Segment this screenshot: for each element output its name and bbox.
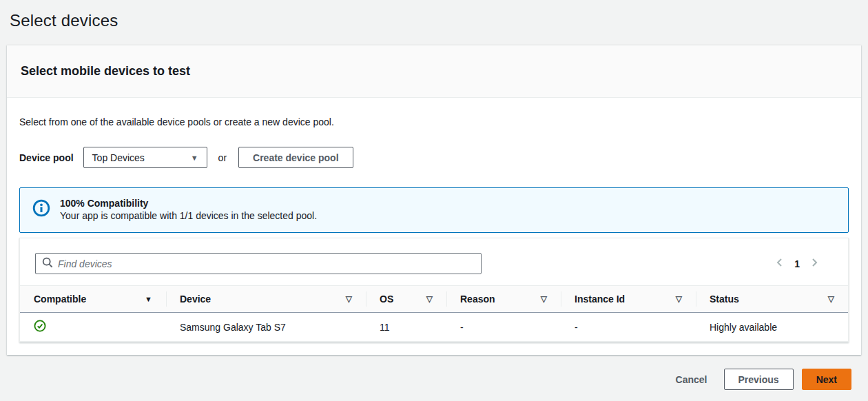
- device-pool-label: Device pool: [19, 152, 74, 163]
- column-header-device[interactable]: Device ▽: [166, 286, 366, 313]
- device-cell: Samsung Galaxy Tab S7: [166, 313, 366, 342]
- column-label: OS: [380, 294, 393, 305]
- column-header-status[interactable]: Status ▽: [696, 286, 848, 313]
- pagination: 1: [769, 254, 825, 273]
- column-label: Compatible: [34, 294, 86, 305]
- table-toolbar: 1: [20, 238, 848, 285]
- next-button[interactable]: Next: [802, 369, 851, 390]
- chevron-right-icon: [809, 257, 819, 270]
- table-row[interactable]: Samsung Galaxy Tab S7 11 - - Highly avai…: [20, 313, 848, 342]
- previous-page-button[interactable]: [769, 254, 790, 273]
- compatible-cell: [20, 313, 166, 342]
- device-pool-select[interactable]: Top Devices ▼: [83, 147, 207, 168]
- cancel-button[interactable]: Cancel: [676, 374, 707, 385]
- column-label: Instance Id: [575, 294, 625, 305]
- column-header-os[interactable]: OS ▽: [366, 286, 446, 313]
- instance-id-cell: -: [561, 313, 696, 342]
- or-text: or: [218, 152, 227, 163]
- sort-icon[interactable]: ▽: [541, 294, 547, 304]
- next-page-button[interactable]: [804, 254, 825, 273]
- column-header-instance-id[interactable]: Instance Id ▽: [561, 286, 696, 313]
- column-header-compatible[interactable]: Compatible ▼: [20, 286, 166, 313]
- column-label: Device: [180, 294, 211, 305]
- sort-icon[interactable]: ▽: [676, 294, 682, 304]
- reason-cell: -: [446, 313, 561, 342]
- sort-icon[interactable]: ▽: [426, 294, 433, 304]
- page-title: Select devices: [0, 0, 868, 30]
- panel-header: Select mobile devices to test: [7, 45, 861, 98]
- previous-button[interactable]: Previous: [724, 369, 794, 390]
- compatibility-alert: 100% Compatibility Your app is compatibl…: [19, 187, 849, 233]
- chevron-down-icon: ▼: [191, 154, 198, 162]
- device-pool-row: Device pool Top Devices ▼ or Create devi…: [19, 147, 849, 168]
- column-label: Status: [710, 294, 739, 305]
- status-cell: Highly available: [696, 313, 848, 342]
- select-devices-panel: Select mobile devices to test Select fro…: [7, 45, 861, 355]
- create-device-pool-button[interactable]: Create device pool: [238, 147, 353, 168]
- info-icon: [32, 199, 50, 219]
- sort-descending-icon[interactable]: ▼: [145, 295, 152, 303]
- column-header-reason[interactable]: Reason ▽: [446, 286, 561, 313]
- alert-message: Your app is compatible with 1/1 devices …: [60, 210, 317, 221]
- device-pool-selected-value: Top Devices: [92, 152, 145, 163]
- chevron-left-icon: [775, 257, 785, 270]
- devices-table-panel: 1 Compati: [19, 238, 849, 342]
- compatible-check-icon: [34, 323, 46, 334]
- os-cell: 11: [366, 313, 446, 342]
- panel-title: Select mobile devices to test: [21, 64, 847, 79]
- device-search-box[interactable]: [35, 253, 482, 274]
- sort-icon[interactable]: ▽: [828, 294, 834, 304]
- alert-text-block: 100% Compatibility Your app is compatibl…: [60, 198, 317, 221]
- search-icon: [42, 257, 53, 270]
- alert-title: 100% Compatibility: [60, 198, 317, 209]
- devices-table: Compatible ▼ Device ▽ OS: [20, 285, 848, 342]
- wizard-footer-actions: Cancel Previous Next: [0, 369, 851, 390]
- pool-description: Select from one of the available device …: [19, 116, 849, 127]
- table-header-row: Compatible ▼ Device ▽ OS: [20, 286, 848, 313]
- sort-icon[interactable]: ▽: [346, 294, 352, 304]
- current-page-number[interactable]: 1: [790, 258, 804, 269]
- panel-body: Select from one of the available device …: [7, 98, 861, 355]
- search-input[interactable]: [58, 258, 475, 269]
- column-label: Reason: [460, 294, 495, 305]
